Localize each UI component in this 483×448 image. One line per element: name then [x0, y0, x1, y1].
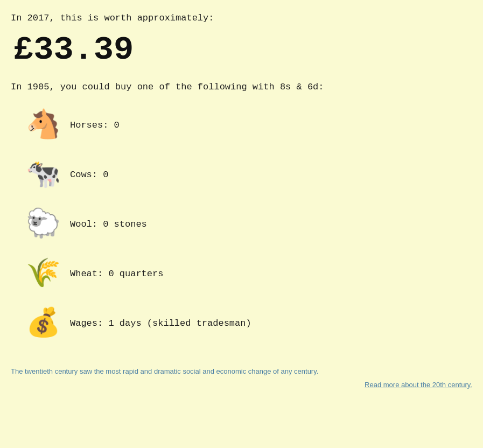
footer-section: The twentieth century saw the most rapid…: [11, 362, 472, 389]
list-item: 🐄 Cows: 0: [22, 157, 472, 192]
cow-label: Cows: 0: [70, 170, 108, 180]
intro-text: In 2017, this is worth approximately:: [11, 11, 472, 25]
cow-icon: 🐄: [22, 157, 65, 192]
list-item: 🐑 Wool: 0 stones: [22, 207, 472, 241]
list-item: 🐴 Horses: 0: [22, 108, 472, 142]
list-item: 🌾 Wheat: 0 quarters: [22, 256, 472, 291]
wages-label: Wages: 1 days (skilled tradesman): [70, 318, 251, 328]
items-list: 🐴 Horses: 0 🐄 Cows: 0 🐑 Wool: 0 stones 🌾…: [22, 108, 472, 340]
read-more-link[interactable]: Read more about the 20th century.: [11, 381, 472, 389]
wheat-label: Wheat: 0 quarters: [70, 269, 163, 279]
wool-label: Wool: 0 stones: [70, 219, 147, 229]
footer-text: The twentieth century saw the most rapid…: [11, 367, 472, 375]
horse-icon: 🐴: [22, 108, 65, 142]
horse-label: Horses: 0: [70, 120, 120, 130]
list-item: 💰 Wages: 1 days (skilled tradesman): [22, 306, 472, 340]
wheat-icon: 🌾: [22, 256, 65, 291]
main-value: £33.39: [13, 31, 472, 69]
sheep-icon: 🐑: [22, 207, 65, 241]
wages-icon: 💰: [22, 306, 65, 340]
subheading: In 1905, you could buy one of the follow…: [11, 80, 472, 94]
